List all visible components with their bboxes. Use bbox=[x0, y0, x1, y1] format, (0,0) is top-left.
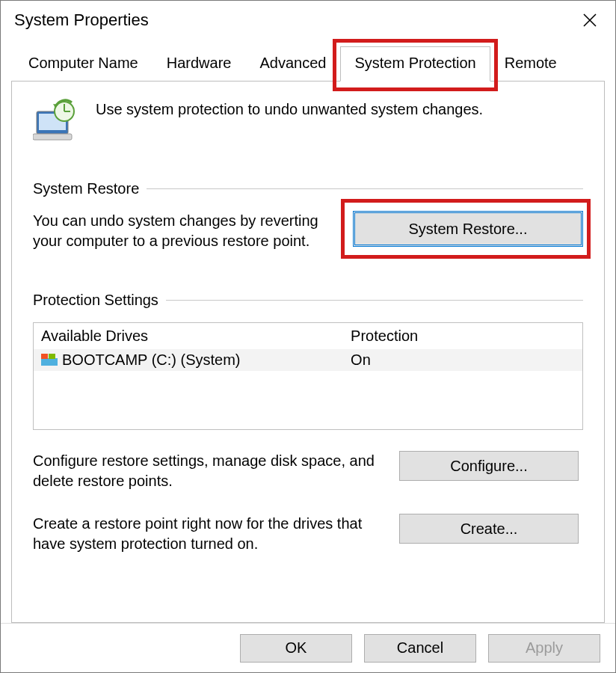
drive-row[interactable]: BOOTCAMP (C:) (System) On bbox=[34, 349, 582, 371]
configure-description: Configure restore settings, manage disk … bbox=[33, 451, 377, 491]
svg-rect-5 bbox=[41, 354, 48, 359]
tab-system-protection[interactable]: System Protection bbox=[340, 46, 490, 82]
drive-protection: On bbox=[351, 351, 575, 369]
tab-panel: Use system protection to undo unwanted s… bbox=[11, 81, 605, 623]
drives-list[interactable]: Available Drives Protection BOOTCAMP (C:… bbox=[33, 322, 583, 430]
group-title-protection: Protection Settings bbox=[33, 292, 158, 309]
divider bbox=[147, 188, 583, 189]
drives-header: Available Drives Protection bbox=[34, 323, 582, 349]
windows-drive-icon bbox=[41, 354, 58, 367]
svg-rect-4 bbox=[41, 358, 58, 366]
group-protection-settings: Protection Settings bbox=[33, 292, 583, 309]
window-title: System Properties bbox=[14, 10, 149, 30]
create-row: Create a restore point right now for the… bbox=[33, 514, 583, 554]
group-title-restore: System Restore bbox=[33, 180, 139, 197]
system-properties-window: System Properties Computer Name Hardware… bbox=[0, 0, 616, 673]
restore-button-wrap: System Restore... bbox=[353, 211, 583, 247]
restore-description: You can undo system changes by reverting… bbox=[33, 211, 339, 251]
system-restore-button[interactable]: System Restore... bbox=[353, 211, 583, 247]
group-system-restore: System Restore bbox=[33, 180, 583, 197]
tab-bar: Computer Name Hardware Advanced System P… bbox=[1, 40, 615, 82]
intro-text: Use system protection to undo unwanted s… bbox=[96, 98, 483, 118]
create-description: Create a restore point right now for the… bbox=[33, 514, 377, 554]
tab-hardware[interactable]: Hardware bbox=[153, 46, 246, 82]
col-header-drives: Available Drives bbox=[41, 328, 351, 345]
create-button[interactable]: Create... bbox=[399, 514, 579, 544]
intro-row: Use system protection to undo unwanted s… bbox=[33, 98, 583, 144]
apply-button[interactable]: Apply bbox=[488, 634, 600, 663]
configure-row: Configure restore settings, manage disk … bbox=[33, 451, 583, 491]
col-header-protection: Protection bbox=[351, 328, 575, 345]
titlebar: System Properties bbox=[1, 1, 615, 40]
ok-button[interactable]: OK bbox=[240, 634, 352, 663]
svg-rect-6 bbox=[49, 354, 55, 359]
tab-remote[interactable]: Remote bbox=[490, 46, 571, 82]
svg-rect-2 bbox=[33, 134, 72, 140]
drive-name: BOOTCAMP (C:) (System) bbox=[62, 351, 351, 369]
system-restore-row: You can undo system changes by reverting… bbox=[33, 211, 583, 251]
system-protection-icon bbox=[33, 98, 79, 144]
tab-advanced[interactable]: Advanced bbox=[245, 46, 340, 82]
close-icon[interactable] bbox=[573, 4, 606, 37]
configure-button[interactable]: Configure... bbox=[399, 451, 579, 481]
tab-computer-name[interactable]: Computer Name bbox=[14, 46, 153, 82]
divider bbox=[166, 300, 583, 301]
dialog-footer: OK Cancel Apply bbox=[1, 623, 615, 672]
cancel-button[interactable]: Cancel bbox=[364, 634, 476, 663]
